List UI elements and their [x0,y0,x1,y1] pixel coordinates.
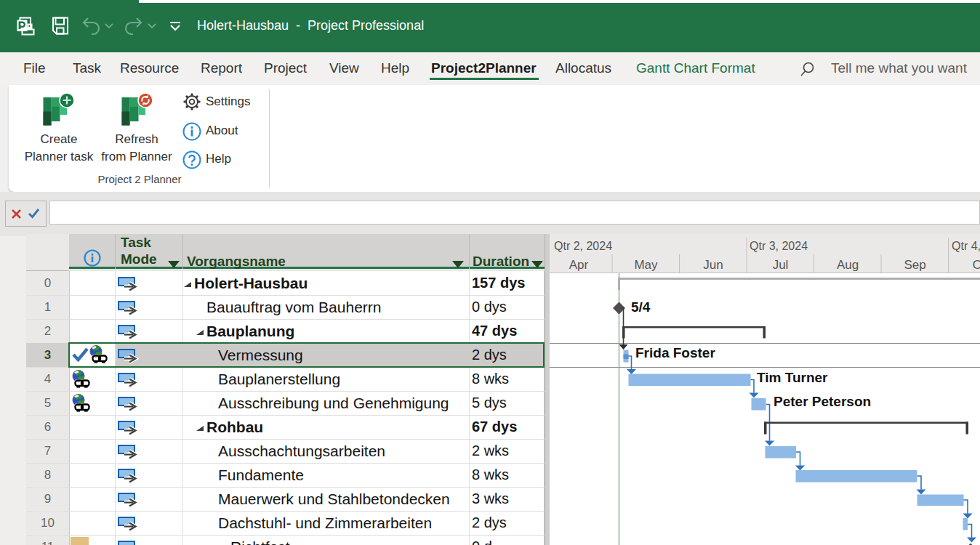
svg-text:Peter Peterson: Peter Peterson [774,394,871,409]
svg-text:Sep: Sep [904,258,925,272]
svg-text:Aug: Aug [837,258,859,272]
svg-text:Jun: Jun [703,258,723,272]
svg-text:5/4: 5/4 [631,299,651,315]
svg-text:Jul: Jul [773,258,789,272]
svg-text:Oct: Oct [973,258,980,272]
svg-text:Frida Foster: Frida Foster [635,345,715,360]
svg-text:Qtr 4,: Qtr 4, [952,240,980,252]
svg-text:Apr: Apr [569,258,589,272]
svg-text:May: May [634,258,658,272]
svg-text:Qtr 2, 2024: Qtr 2, 2024 [554,240,612,252]
svg-text:Tim Turner: Tim Turner [757,370,828,385]
svg-text:Qtr 3, 2024: Qtr 3, 2024 [750,240,808,252]
